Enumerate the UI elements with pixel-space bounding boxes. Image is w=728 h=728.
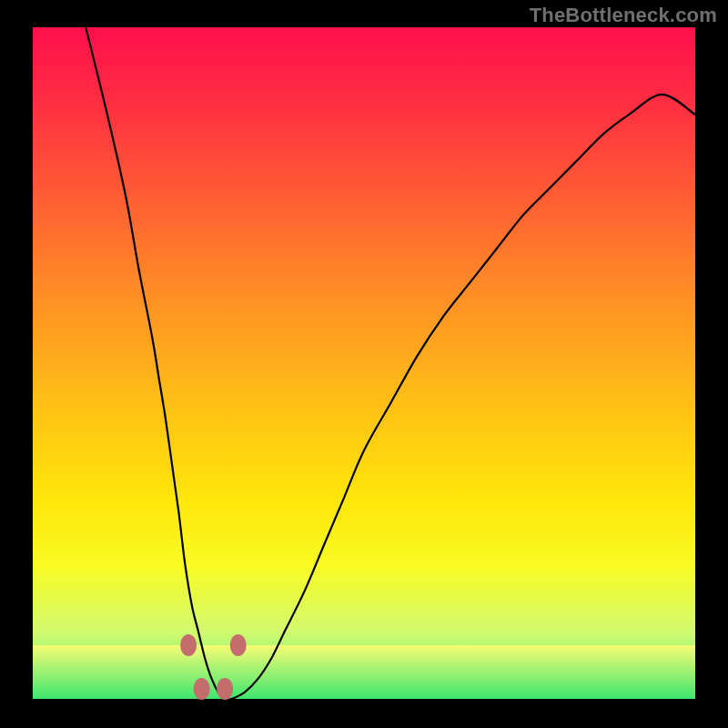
green-band [33,645,695,699]
trough-marker [194,678,210,700]
gradient-panel [33,27,695,699]
trough-marker [180,634,197,656]
trough-marker [217,678,233,700]
trough-marker [230,634,247,656]
bottleneck-plot [0,0,728,728]
image-root: TheBottleneck.com [0,0,728,728]
watermark-text: TheBottleneck.com [530,4,717,27]
